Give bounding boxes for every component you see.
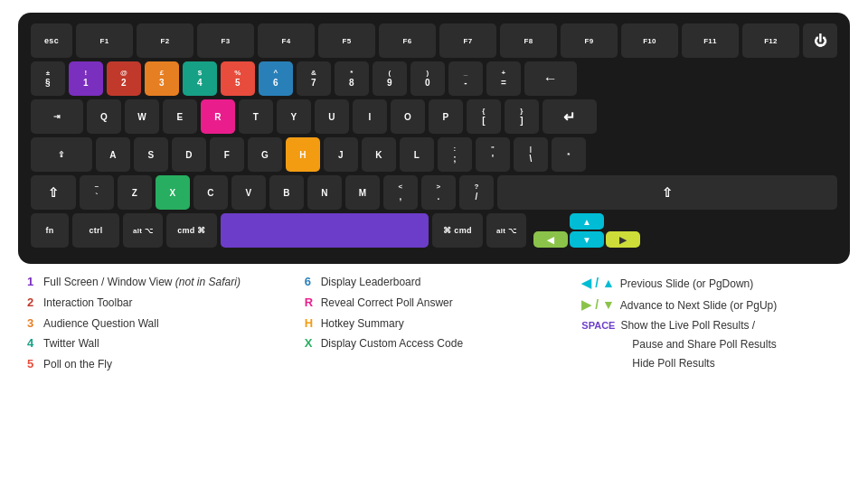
key-shift-l[interactable]: ⇧ (31, 175, 76, 210)
key-0[interactable]: )0 (410, 61, 445, 96)
key-arrow-left[interactable]: ◀ (533, 231, 568, 248)
legend-item-h: H Hotkey Summary (305, 314, 564, 333)
key-backspace[interactable]: ← (524, 61, 577, 96)
key-section[interactable]: ±§ (31, 61, 65, 96)
key-z[interactable]: Z (118, 175, 152, 210)
key-l[interactable]: L (400, 137, 434, 172)
key-t[interactable]: T (239, 99, 273, 134)
key-6[interactable]: ^6 (259, 61, 293, 96)
key-c[interactable]: C (193, 175, 228, 210)
key-backtick[interactable]: ~` (80, 175, 114, 210)
key-f4[interactable]: F4 (258, 23, 315, 58)
key-f10[interactable]: F10 (621, 23, 678, 58)
legend-text-h: Hotkey Summary (321, 315, 404, 333)
key-ctrl[interactable]: ctrl (72, 213, 119, 248)
key-7[interactable]: &7 (297, 61, 331, 96)
key-f3[interactable]: F3 (197, 23, 254, 58)
legend-key-next: ▶ / ▼ (581, 295, 615, 314)
key-power[interactable]: ⏻ (803, 23, 837, 58)
key-s[interactable]: S (134, 137, 168, 172)
key-tab[interactable]: ⇥ (31, 99, 83, 134)
key-y[interactable]: Y (277, 99, 311, 134)
legend-item-pause: Pause and Share Poll Results (581, 336, 841, 353)
legend-key-1: 1 (27, 273, 38, 292)
asdf-row: ⇪ A S D F G H J K L :; "' |\ * (31, 137, 837, 172)
key-i[interactable]: I (353, 99, 387, 134)
key-f1[interactable]: F1 (76, 23, 133, 58)
key-v[interactable]: V (231, 175, 266, 210)
key-8[interactable]: *8 (335, 61, 369, 96)
legend-item-5: 5 Poll on the Fly (27, 355, 287, 374)
legend-col-3: ◀ / ▲ Previous Slide (or PgDown) ▶ / ▼ A… (581, 273, 841, 374)
key-5[interactable]: %5 (221, 61, 255, 96)
key-a[interactable]: A (96, 137, 130, 172)
legend-item-space: SPACE Show the Live Poll Results / (581, 317, 841, 334)
key-u[interactable]: U (315, 99, 349, 134)
legend-key-3: 3 (27, 314, 38, 333)
key-semicolon[interactable]: :; (438, 137, 472, 172)
key-alt-r[interactable]: alt ⌥ (486, 213, 526, 248)
key-g[interactable]: G (248, 137, 282, 172)
key-e[interactable]: E (163, 99, 197, 134)
key-f[interactable]: F (210, 137, 244, 172)
key-shift-r[interactable]: ⇧ (497, 175, 837, 210)
key-w[interactable]: W (125, 99, 159, 134)
key-4[interactable]: $4 (183, 61, 217, 96)
key-tilde2[interactable]: * (552, 137, 586, 172)
legend-text-space: Show the Live Poll Results / (620, 317, 755, 334)
key-f7[interactable]: F7 (439, 23, 496, 58)
key-enter[interactable]: ↵ (542, 99, 597, 134)
legend-text-r: Reveal Correct Poll Answer (321, 295, 453, 312)
key-cmd-r[interactable]: ⌘ cmd (432, 213, 483, 248)
key-2[interactable]: @2 (107, 61, 141, 96)
key-k[interactable]: K (362, 137, 396, 172)
key-arrow-right[interactable]: ▶ (606, 231, 640, 248)
key-f11[interactable]: F11 (682, 23, 739, 58)
key-fn-bottom[interactable]: fn (31, 213, 69, 248)
key-h[interactable]: H (286, 137, 320, 172)
key-cmd-l[interactable]: cmd ⌘ (166, 213, 217, 248)
key-arrow-up[interactable]: ▲ (570, 213, 604, 230)
bottom-row: fn ctrl alt ⌥ cmd ⌘ ⌘ cmd alt ⌥ ▲ ◀ ▼ ▶ (31, 213, 837, 248)
key-m[interactable]: M (345, 175, 380, 210)
keyboard: esc F1 F2 F3 F4 F5 F6 F7 F8 F9 F10 F11 F… (18, 13, 850, 264)
key-1[interactable]: !1 (69, 61, 103, 96)
key-period[interactable]: >. (421, 175, 456, 210)
key-comma[interactable]: <, (383, 175, 418, 210)
key-minus[interactable]: _- (448, 61, 483, 96)
key-caps[interactable]: ⇪ (31, 137, 92, 172)
key-esc[interactable]: esc (31, 23, 72, 58)
key-p[interactable]: P (429, 99, 463, 134)
key-9[interactable]: (9 (373, 61, 407, 96)
key-o[interactable]: O (391, 99, 425, 134)
key-f12[interactable]: F12 (742, 23, 799, 58)
key-equals[interactable]: += (486, 61, 521, 96)
key-lbracket[interactable]: {[ (467, 99, 501, 134)
key-3[interactable]: £3 (145, 61, 179, 96)
key-f6[interactable]: F6 (379, 23, 436, 58)
key-b[interactable]: B (269, 175, 304, 210)
key-f2[interactable]: F2 (137, 23, 193, 58)
key-quote[interactable]: "' (476, 137, 510, 172)
key-n[interactable]: N (307, 175, 342, 210)
key-x[interactable]: X (156, 175, 190, 210)
number-key-row: ±§ !1 @2 £3 $4 %5 ^6 &7 *8 (9 )0 _- += ← (31, 61, 837, 96)
legend-text-3: Audience Question Wall (43, 315, 159, 333)
key-f8[interactable]: F8 (500, 23, 557, 58)
key-f5[interactable]: F5 (318, 23, 375, 58)
legend-text-1: Full Screen / Window View (not in Safari… (43, 274, 241, 291)
key-space[interactable] (221, 213, 429, 248)
key-slash[interactable]: ?/ (459, 175, 494, 210)
key-r[interactable]: R (201, 99, 235, 134)
key-j[interactable]: J (324, 137, 358, 172)
zxcv-row: ⇧ ~` Z X C V B N M <, >. ?/ ⇧ (31, 175, 837, 210)
key-d[interactable]: D (172, 137, 206, 172)
legend-item-6: 6 Display Leaderboard (305, 273, 564, 292)
key-q[interactable]: Q (87, 99, 121, 134)
key-arrow-down[interactable]: ▼ (570, 231, 604, 248)
key-rbracket[interactable]: }] (505, 99, 539, 134)
legend-text-4: Twitter Wall (43, 335, 99, 352)
key-f9[interactable]: F9 (561, 23, 618, 58)
key-alt-l[interactable]: alt ⌥ (123, 213, 163, 248)
key-backslash[interactable]: |\ (514, 137, 548, 172)
